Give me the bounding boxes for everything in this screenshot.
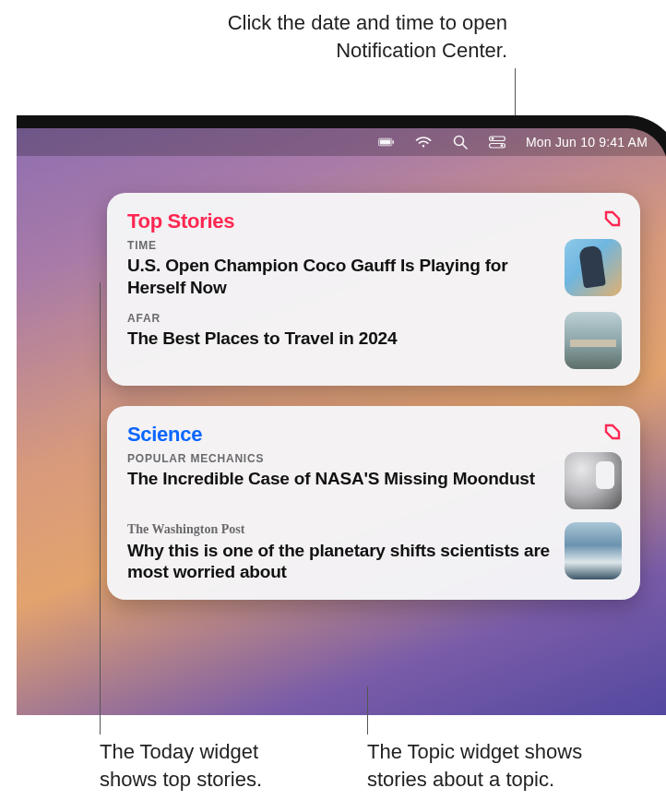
apple-news-icon — [603, 209, 622, 228]
topic-widget[interactable]: Science POPULAR MECHANICS The Incredible… — [107, 406, 640, 601]
story-source: POPULAR MECHANICS — [127, 452, 552, 465]
story-text: TIME U.S. Open Champion Coco Gauff Is Pl… — [127, 239, 552, 299]
story-headline: The Incredible Case of NASA'S Missing Mo… — [127, 468, 552, 490]
widget-title: Science — [127, 423, 202, 447]
story-thumbnail — [565, 312, 622, 369]
callout-line — [515, 68, 516, 120]
search-icon[interactable] — [452, 135, 469, 149]
story-headline: The Best Places to Travel in 2024 — [127, 328, 552, 350]
battery-icon — [378, 135, 395, 149]
callout-today-widget: The Today widget shows top stories. — [100, 738, 321, 793]
story-text: The Washington Post Why this is one of t… — [127, 522, 552, 584]
news-story[interactable]: The Washington Post Why this is one of t… — [127, 522, 622, 584]
story-thumbnail — [565, 452, 622, 509]
notification-center-widgets: Top Stories TIME U.S. Open Champion Coco… — [17, 156, 666, 600]
callout-line — [100, 282, 101, 734]
callout-line — [367, 687, 368, 734]
menubar: Mon Jun 10 9:41 AM — [17, 128, 666, 156]
svg-point-8 — [501, 144, 504, 147]
story-thumbnail — [565, 522, 622, 579]
device-frame: Mon Jun 10 9:41 AM Top Stories TIME U.S.… — [17, 115, 666, 715]
news-story[interactable]: TIME U.S. Open Champion Coco Gauff Is Pl… — [127, 239, 622, 299]
story-headline: U.S. Open Champion Coco Gauff Is Playing… — [127, 255, 552, 299]
story-source: The Washington Post — [127, 522, 552, 537]
svg-rect-1 — [380, 140, 391, 145]
story-source: TIME — [127, 239, 552, 252]
today-widget[interactable]: Top Stories TIME U.S. Open Champion Coco… — [107, 193, 640, 386]
story-text: AFAR The Best Places to Travel in 2024 — [127, 312, 552, 350]
story-text: POPULAR MECHANICS The Incredible Case of… — [127, 452, 552, 490]
widget-header: Science — [127, 423, 622, 447]
story-thumbnail — [565, 239, 622, 296]
control-center-icon[interactable] — [489, 135, 505, 149]
wifi-icon — [415, 135, 432, 149]
svg-point-6 — [492, 137, 494, 140]
widget-title: Top Stories — [127, 209, 234, 233]
news-story[interactable]: POPULAR MECHANICS The Incredible Case of… — [127, 452, 622, 509]
menubar-datetime[interactable]: Mon Jun 10 9:41 AM — [526, 135, 648, 149]
widget-header: Top Stories — [127, 209, 622, 233]
news-story[interactable]: AFAR The Best Places to Travel in 2024 — [127, 312, 622, 369]
story-headline: Why this is one of the planetary shifts … — [127, 540, 552, 584]
svg-rect-2 — [393, 140, 394, 143]
apple-news-icon — [603, 423, 622, 441]
story-source: AFAR — [127, 312, 552, 325]
callout-topic-widget: The Topic widget shows stories about a t… — [367, 738, 635, 793]
callout-datetime: Click the date and time to open Notifica… — [184, 9, 507, 64]
svg-line-4 — [462, 145, 467, 149]
